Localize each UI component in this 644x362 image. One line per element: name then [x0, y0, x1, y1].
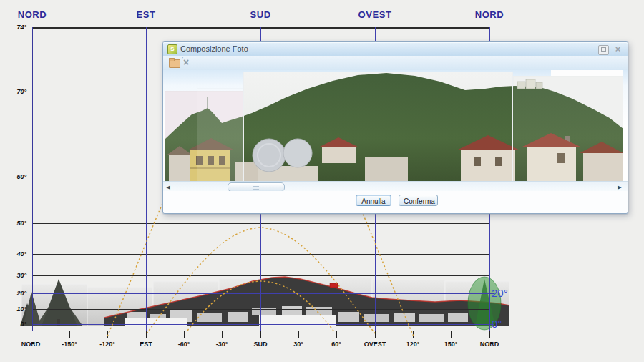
bottom-axis-label: SUD	[253, 341, 267, 348]
bottom-axis-label: EST	[140, 341, 152, 348]
gridline-0deg	[32, 324, 494, 325]
left-axis-label: 74°	[16, 24, 29, 31]
axis-tick	[413, 331, 414, 338]
app-icon: S	[167, 44, 177, 54]
left-axis-label: 10°	[16, 305, 29, 313]
gridline-nord-left	[32, 27, 33, 331]
obstacle-marker	[330, 283, 338, 288]
axis-tick	[489, 331, 490, 338]
left-axis-label: 40°	[16, 250, 29, 258]
top-axis-label: NORD	[475, 9, 504, 20]
photo-scrollbar[interactable]: ◀ ▶	[163, 181, 628, 192]
bottom-axis-label: 30°	[293, 341, 303, 348]
bottom-axis-label: -30°	[216, 341, 228, 348]
top-axis-label: NORD	[18, 9, 47, 20]
dialog-titlebar[interactable]: S Composizione Foto ×	[163, 42, 628, 57]
left-axis-label: 20°	[16, 290, 29, 297]
right-axis-label: 20°	[492, 287, 508, 299]
left-axis-label: 50°	[16, 220, 29, 227]
dialog-content	[163, 70, 628, 181]
left-axis-label: 70°	[16, 88, 29, 95]
bottom-axis-label: -60°	[178, 341, 190, 348]
axis-tick	[260, 331, 261, 338]
axis-tick	[298, 331, 299, 338]
delete-photo-icon[interactable]: ×	[183, 57, 189, 68]
bottom-axis-label: NORD	[480, 341, 499, 348]
bottom-axis-label: NORD	[21, 341, 41, 348]
bottom-axis-label: 60°	[331, 341, 341, 348]
axis-tick	[107, 331, 108, 338]
bottom-axis-label: 150°	[444, 341, 458, 348]
axis-tick	[222, 331, 223, 338]
annulla-button[interactable]: Annulla	[356, 195, 391, 206]
close-icon: ×	[615, 44, 621, 54]
scroll-left-icon[interactable]: ◀	[165, 182, 172, 191]
axis-tick	[31, 331, 31, 338]
axis-tick	[451, 331, 452, 338]
horizon-panorama-strip	[20, 275, 514, 331]
gridline-20deg	[32, 293, 494, 294]
dialog-toolbar: ×	[163, 56, 628, 71]
scroll-right-icon[interactable]: ▶	[616, 182, 623, 191]
bottom-axis-label: -150°	[62, 341, 77, 348]
panorama-photo-composition[interactable]	[165, 70, 623, 182]
axis-tick	[69, 331, 70, 338]
axis-tick	[184, 331, 185, 338]
maximize-button[interactable]	[598, 45, 609, 55]
composizione-foto-dialog: S Composizione Foto × ×	[162, 41, 628, 214]
left-axis-label: 60°	[16, 173, 29, 180]
bottom-axis-label: -120°	[99, 341, 115, 348]
bottom-axis-label: 120°	[406, 341, 420, 348]
solar-horizon-chart-screen: NORDESTSUDOVESTNORD 74°70°60°50°40°30°20…	[0, 0, 644, 362]
conferma-button[interactable]: Conferma	[399, 195, 438, 206]
top-axis-label: OVEST	[358, 9, 391, 20]
axis-tick	[375, 331, 376, 338]
close-button[interactable]: ×	[613, 45, 623, 54]
axis-tick	[336, 331, 337, 338]
left-axis-label: 30°	[16, 272, 29, 279]
maximize-icon	[601, 47, 606, 52]
dialog-title: Composizione Foto	[180, 44, 248, 53]
dialog-button-row: Annulla Conferma	[163, 191, 628, 213]
bottom-axis-label: OVEST	[364, 341, 386, 348]
top-axis-label: EST	[136, 9, 155, 20]
open-folder-icon[interactable]	[169, 59, 180, 68]
axis-tick	[146, 331, 147, 338]
left-axis-label: 0°	[20, 321, 29, 328]
top-axis-label: SUD	[250, 9, 270, 20]
gridline-est	[146, 27, 147, 331]
right-axis-label: 0°	[492, 318, 502, 330]
